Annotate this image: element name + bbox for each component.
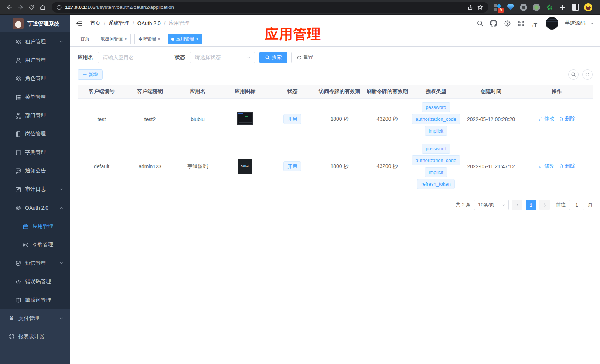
breadcrumb-oauth[interactable]: OAuth 2.0 bbox=[137, 20, 161, 26]
cell-created: 2022-05-11 21:47:12 bbox=[461, 140, 521, 193]
sidebar-item-post[interactable]: 岗位管理 bbox=[0, 125, 70, 143]
url-bar[interactable]: 127.0.0.1:1024/system/oauth2/oauth2/appl… bbox=[52, 2, 488, 13]
browser-menu-icon[interactable] bbox=[597, 3, 600, 11]
sidebar-item-audit-log[interactable]: 审计日志 bbox=[0, 180, 70, 199]
sidebar-item-sensitive-word[interactable]: 敏感词管理 bbox=[0, 291, 70, 309]
help-icon[interactable] bbox=[502, 18, 512, 28]
sidebar-item-oauth[interactable]: OAuth 2.0 bbox=[0, 199, 70, 217]
extensions-puzzle-icon[interactable] bbox=[558, 3, 566, 11]
browser-back-icon[interactable] bbox=[4, 2, 15, 13]
sidebar-item-errcode[interactable]: 错误码管理 bbox=[0, 272, 70, 291]
font-size-icon[interactable]: тT bbox=[530, 18, 539, 28]
cell-grant-types: password authorization_code implicit bbox=[411, 99, 461, 140]
edit-button[interactable]: 修改 bbox=[538, 163, 555, 169]
prev-page-button[interactable] bbox=[512, 200, 522, 210]
site-info-icon[interactable] bbox=[56, 4, 62, 10]
grant-tag: password bbox=[422, 144, 450, 154]
sidebar-item-pay[interactable]: ¥ 支付管理 bbox=[0, 309, 70, 327]
col-actions: 操作 bbox=[521, 85, 593, 99]
page-content: 应用名 状态 请选择状态 搜索 重置 新增 bbox=[70, 47, 600, 364]
app-name-label: 应用名 bbox=[78, 54, 93, 61]
add-button[interactable]: 新增 bbox=[78, 69, 103, 80]
edit-button[interactable]: 修改 bbox=[538, 116, 555, 122]
sidebar-item-label: 部门管理 bbox=[25, 112, 46, 119]
sidebar-item-dict[interactable]: 字典管理 bbox=[0, 143, 70, 162]
collapse-sidebar-icon[interactable] bbox=[75, 19, 83, 27]
status-badge: 开启 bbox=[283, 114, 301, 124]
bookmark-star-icon[interactable] bbox=[475, 2, 485, 13]
cell-actions: 修改删除 bbox=[521, 140, 593, 193]
app-name-input[interactable] bbox=[98, 52, 161, 63]
username: 芋道源码 bbox=[565, 20, 585, 27]
grant-tag: implicit bbox=[425, 167, 447, 177]
reset-button[interactable]: 重置 bbox=[291, 52, 318, 63]
refresh-table-button[interactable] bbox=[582, 69, 593, 80]
next-page-button[interactable] bbox=[539, 200, 550, 210]
col-refresh-ttl: 刷新令牌的有效期 bbox=[364, 85, 411, 99]
app-icon-thumbnail bbox=[237, 112, 253, 125]
sidebar-item-role[interactable]: 角色管理 bbox=[0, 69, 70, 88]
sidebar-item-menu[interactable]: 菜单管理 bbox=[0, 88, 70, 106]
github-icon[interactable] bbox=[489, 18, 498, 28]
fullscreen-icon[interactable] bbox=[516, 18, 526, 28]
extension-gem-icon[interactable] bbox=[507, 3, 515, 11]
cell-grant-types: password authorization_code implicit ref… bbox=[411, 140, 461, 193]
sidebar-item-dept[interactable]: 部门管理 bbox=[0, 106, 70, 125]
user-dropdown-caret-icon[interactable] bbox=[590, 21, 594, 25]
current-page-button[interactable]: 1 bbox=[526, 200, 536, 210]
browser-home-icon[interactable] bbox=[37, 2, 48, 13]
extension-badge: 9 bbox=[498, 8, 504, 13]
breadcrumb-system[interactable]: 系统管理 bbox=[109, 20, 129, 27]
cell-secret: admin123 bbox=[126, 140, 174, 193]
tab-sensitive-word[interactable]: 敏感词管理× bbox=[97, 34, 131, 44]
close-icon[interactable]: × bbox=[125, 37, 127, 42]
status-select[interactable]: 请选择状态 bbox=[190, 52, 255, 63]
cell-access-ttl: 1800 秒 bbox=[316, 140, 364, 193]
sidebar-item-oauth-token[interactable]: 令牌管理 bbox=[0, 236, 70, 254]
search-icon[interactable] bbox=[475, 18, 485, 28]
segmented-circle-icon bbox=[8, 333, 15, 340]
page-size-select[interactable]: 10条/页 bbox=[474, 200, 509, 210]
cell-app-icon: GitHub bbox=[221, 140, 269, 193]
sidebar-item-notice[interactable]: 通知公告 bbox=[0, 162, 70, 180]
tab-application[interactable]: 应用管理× bbox=[168, 34, 202, 44]
browser-forward-icon[interactable] bbox=[15, 2, 26, 13]
profile-avatar-icon[interactable] bbox=[584, 3, 592, 11]
cell-access-ttl: 1800 秒 bbox=[316, 99, 364, 140]
side-panel-icon[interactable] bbox=[571, 3, 579, 11]
extension-command-icon[interactable] bbox=[519, 3, 528, 11]
tab-home[interactable]: 首页 bbox=[77, 34, 93, 44]
search-button[interactable]: 搜索 bbox=[259, 52, 287, 63]
toggle-search-button[interactable] bbox=[568, 69, 579, 80]
close-icon[interactable]: × bbox=[196, 37, 198, 42]
sidebar-item-oauth-app[interactable]: 应用管理 bbox=[0, 217, 70, 236]
table-toolbar: 新增 bbox=[78, 69, 593, 80]
close-icon[interactable]: × bbox=[158, 37, 160, 42]
robot-icon bbox=[15, 205, 21, 211]
extension-blocks-icon[interactable]: 9 bbox=[494, 3, 502, 11]
sidebar: 芋道管理系统 租户管理 用户管理 角色管理 菜单管理 bbox=[0, 15, 70, 364]
sidebar-item-label: 敏感词管理 bbox=[25, 297, 51, 303]
sidebar-item-user[interactable]: 用户管理 bbox=[0, 51, 70, 69]
goto-page-input[interactable] bbox=[569, 200, 584, 210]
breadcrumb-home[interactable]: 首页 bbox=[90, 20, 100, 27]
users-icon bbox=[15, 38, 21, 45]
sidebar-item-sms[interactable]: 短信管理 bbox=[0, 254, 70, 272]
tab-token[interactable]: 令牌管理× bbox=[134, 34, 164, 44]
sidebar-item-label: 短信管理 bbox=[25, 260, 46, 267]
extension-star-icon[interactable] bbox=[545, 3, 553, 11]
sidebar-item-report-designer[interactable]: 报表设计器 bbox=[0, 327, 70, 346]
delete-button[interactable]: 删除 bbox=[559, 116, 575, 122]
extension-record-icon[interactable] bbox=[532, 3, 541, 11]
app-logo[interactable]: 芋道管理系统 bbox=[0, 15, 70, 32]
scrollbar[interactable] bbox=[598, 61, 598, 364]
delete-button[interactable]: 删除 bbox=[559, 163, 575, 169]
sidebar-item-tenant[interactable]: 租户管理 bbox=[0, 32, 70, 51]
app-title: 芋道管理系统 bbox=[27, 20, 59, 27]
share-icon[interactable] bbox=[466, 2, 475, 13]
browser-reload-icon[interactable] bbox=[26, 2, 37, 13]
user-avatar[interactable] bbox=[546, 17, 558, 30]
select-caret-icon bbox=[501, 203, 505, 207]
col-app-icon: 应用图标 bbox=[221, 85, 269, 99]
chevron-down-icon bbox=[59, 261, 64, 265]
